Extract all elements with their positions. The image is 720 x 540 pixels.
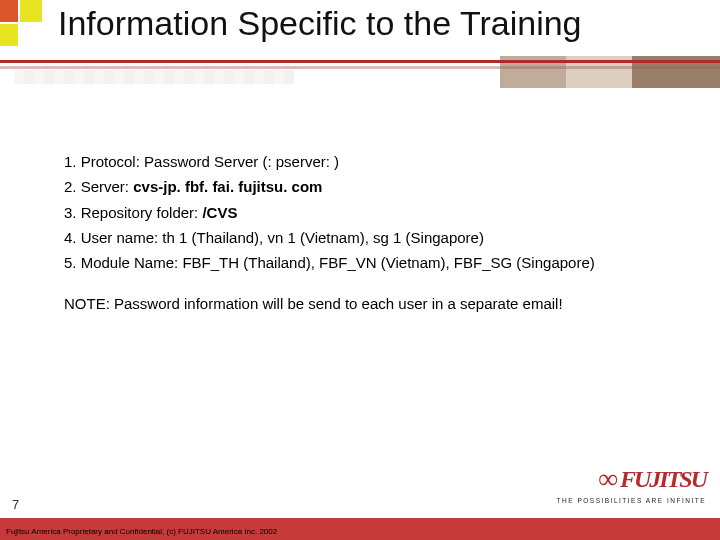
header-decor — [0, 56, 720, 88]
item-username: 4. User name: th 1 (Thailand), vn 1 (Vie… — [64, 226, 664, 249]
footer-copyright: Fujitsu America Proprietary and Confiden… — [6, 527, 277, 536]
note-text: NOTE: Password information will be send … — [64, 292, 664, 315]
brand-tagline: THE POSSIBILITIES ARE INFINITE — [557, 497, 706, 504]
page-number: 7 — [12, 497, 19, 512]
item-server-value: cvs-jp. fbf. fai. fujitsu. com — [133, 178, 322, 195]
item-module: 5. Module Name: FBF_TH (Thailand), FBF_V… — [64, 251, 664, 274]
item-repository-label: 3. Repository folder: — [64, 204, 202, 221]
item-server-label: 2. Server: — [64, 178, 133, 195]
content-body: 1. Protocol: Password Server (: pserver:… — [64, 150, 664, 318]
item-server: 2. Server: cvs-jp. fbf. fai. fujitsu. co… — [64, 175, 664, 198]
item-repository: 3. Repository folder: /CVS — [64, 201, 664, 224]
brand-block: ∞ FUJITSU THE POSSIBILITIES ARE INFINITE — [557, 463, 706, 504]
item-repository-value: /CVS — [202, 204, 237, 221]
item-protocol: 1. Protocol: Password Server (: pserver:… — [64, 150, 664, 173]
corner-logo-icon — [0, 0, 44, 48]
brand-name: FUJITSU — [620, 466, 706, 493]
header: Information Specific to the Training — [0, 0, 720, 88]
slide-title: Information Specific to the Training — [58, 4, 582, 43]
infinity-icon: ∞ — [598, 463, 616, 495]
fujitsu-logo-icon: ∞ FUJITSU — [557, 463, 706, 495]
